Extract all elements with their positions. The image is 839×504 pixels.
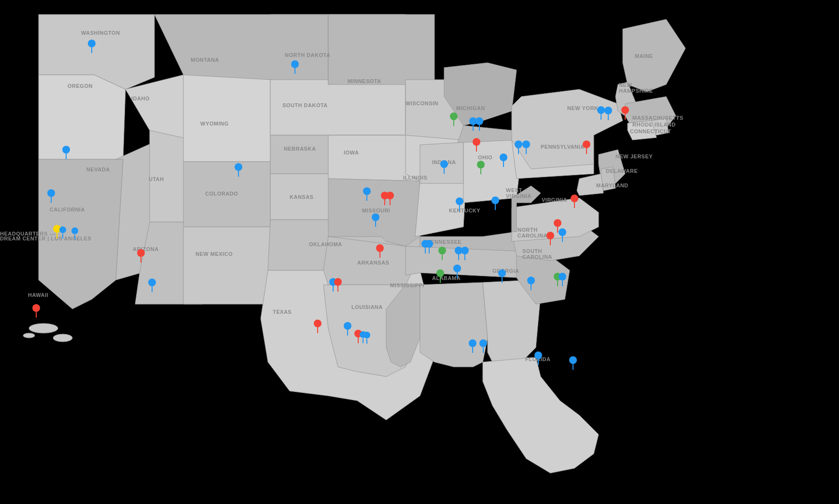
svg-marker-2	[39, 75, 126, 159]
svg-point-148	[498, 269, 506, 277]
svg-marker-11	[183, 227, 270, 304]
svg-point-151	[554, 219, 561, 227]
svg-point-150	[522, 140, 530, 148]
svg-point-141	[500, 154, 507, 161]
svg-point-147	[479, 339, 487, 347]
svg-point-116	[235, 163, 242, 171]
svg-point-145	[453, 265, 461, 272]
svg-point-135	[440, 160, 448, 168]
svg-point-136	[450, 112, 458, 120]
svg-point-152	[559, 228, 566, 236]
svg-point-143	[491, 196, 499, 204]
svg-marker-9	[183, 75, 270, 162]
svg-point-110	[47, 189, 55, 197]
svg-marker-13	[270, 80, 406, 135]
svg-point-126	[344, 322, 351, 330]
svg-point-140	[477, 161, 485, 168]
svg-point-53	[23, 333, 35, 338]
svg-point-51	[29, 323, 58, 333]
svg-point-153	[546, 232, 554, 239]
svg-point-120	[363, 187, 371, 195]
svg-point-117	[291, 60, 299, 68]
svg-marker-47	[628, 121, 657, 140]
svg-point-123	[372, 213, 379, 221]
svg-point-113	[71, 227, 78, 234]
svg-marker-10	[183, 162, 270, 227]
svg-point-125	[314, 320, 322, 327]
svg-point-132	[438, 247, 446, 254]
svg-point-134	[461, 247, 469, 254]
svg-point-52	[53, 334, 72, 342]
svg-point-109	[62, 146, 70, 154]
svg-point-139	[473, 138, 480, 146]
svg-point-131	[425, 240, 433, 248]
svg-point-142	[456, 197, 463, 205]
svg-point-161	[597, 106, 605, 114]
svg-point-122	[386, 192, 394, 199]
svg-point-163	[621, 106, 629, 114]
svg-point-149	[515, 140, 522, 148]
svg-point-157	[534, 351, 542, 359]
svg-point-124	[376, 244, 384, 252]
svg-marker-34	[420, 282, 488, 367]
svg-point-159	[571, 195, 578, 202]
svg-point-160	[583, 140, 590, 148]
svg-point-162	[604, 107, 612, 114]
svg-point-112	[59, 226, 66, 233]
svg-point-164	[32, 304, 40, 312]
svg-point-115	[148, 279, 156, 286]
svg-point-154	[527, 277, 535, 284]
svg-marker-49	[601, 167, 615, 191]
svg-point-138	[475, 117, 483, 125]
svg-point-156	[559, 273, 566, 280]
svg-point-108	[88, 40, 96, 47]
svg-point-114	[137, 249, 145, 257]
svg-point-144	[436, 269, 444, 277]
svg-marker-23	[328, 179, 420, 246]
map-container: WASHINGTON OREGON CALIFORNIA NEVADA IDAH…	[0, 0, 839, 504]
svg-point-119	[334, 278, 342, 286]
svg-point-146	[469, 339, 476, 347]
svg-point-129	[364, 332, 370, 338]
svg-point-158	[569, 356, 577, 364]
